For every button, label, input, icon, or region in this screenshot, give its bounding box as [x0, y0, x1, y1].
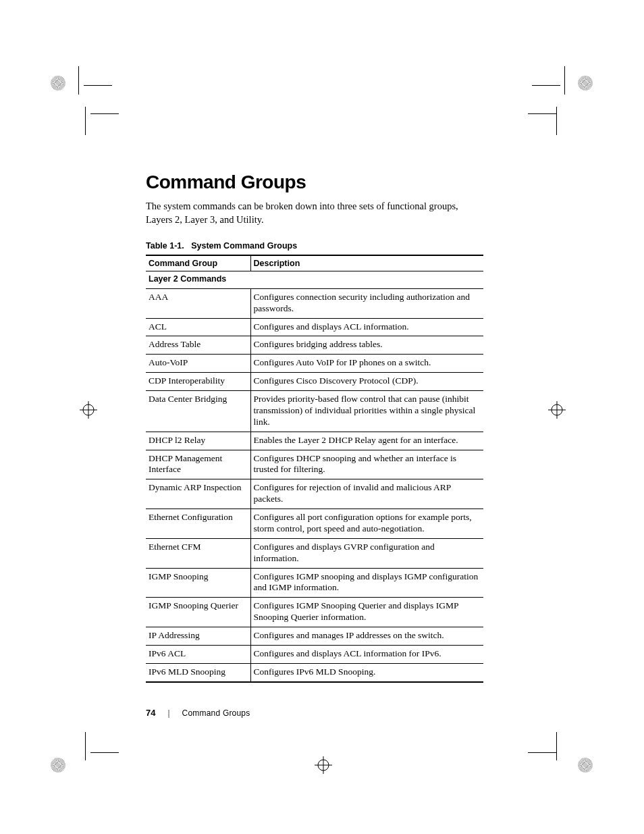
table-row: Data Center BridgingProvides priority-ba… — [146, 391, 483, 432]
cell-description: Configures and displays GVRP configurati… — [250, 538, 483, 568]
cell-group: IPv6 ACL — [146, 645, 250, 663]
rosette-top-right — [578, 76, 593, 90]
crop-mark-top-right — [532, 66, 572, 107]
table-header-row: Command Group Description — [146, 255, 483, 271]
table-caption-title: System Command Groups — [191, 241, 297, 251]
table-row: Dynamic ARP InspectionConfigures for rej… — [146, 479, 483, 509]
cell-description: Configures all port configuration option… — [250, 509, 483, 539]
table-row: IP AddressingConfigures and manages IP a… — [146, 627, 483, 646]
rosette-bottom-left — [51, 758, 65, 773]
crop-mark-mid-left — [72, 107, 112, 147]
page-heading: Command Groups — [146, 172, 483, 193]
table-row: DHCP l2 RelayEnables the Layer 2 DHCP Re… — [146, 432, 483, 450]
cell-group: CDP Interoperability — [146, 373, 250, 391]
cell-group: Dynamic ARP Inspection — [146, 479, 250, 509]
table-row: Auto-VoIPConfigures Auto VoIP for IP pho… — [146, 355, 483, 373]
cell-group: Ethernet CFM — [146, 538, 250, 568]
table-row: ACLConfigures and displays ACL informati… — [146, 318, 483, 336]
page-content: Command Groups The system commands can b… — [146, 172, 483, 683]
cell-description: Configures IGMP snooping and displays IG… — [250, 568, 483, 598]
cell-description: Configures and manages IP addresses on t… — [250, 627, 483, 646]
table-row: CDP InteroperabilityConfigures Cisco Dis… — [146, 373, 483, 391]
table-row: IGMP SnoopingConfigures IGMP snooping an… — [146, 568, 483, 598]
cell-group: DHCP l2 Relay — [146, 432, 250, 450]
table-row: Ethernet CFMConfigures and displays GVRP… — [146, 538, 483, 568]
rosette-top-left — [51, 76, 65, 90]
cell-description: Provides priority-based flow control tha… — [250, 391, 483, 432]
registration-bottom — [315, 756, 332, 777]
cell-group: IGMP Snooping Querier — [146, 598, 250, 627]
table-row: AAAConfigures connection security includ… — [146, 288, 483, 318]
table-section-row: Layer 2 Commands — [146, 271, 483, 289]
crop-mark-bottom-right — [532, 725, 572, 766]
intro-paragraph: The system commands can be broken down i… — [146, 200, 483, 226]
cell-description: Configures bridging address tables. — [250, 336, 483, 355]
table-caption: Table 1-1. System Command Groups — [146, 241, 483, 251]
page-number: 74 — [146, 708, 155, 718]
rosette-bottom-right — [578, 758, 593, 773]
command-groups-table: Command Group Description Layer 2 Comman… — [146, 255, 483, 683]
registration-right — [548, 401, 566, 421]
table-row: IPv6 ACLConfigures and displays ACL info… — [146, 645, 483, 663]
table-row: IPv6 MLD SnoopingConfigures IPv6 MLD Sno… — [146, 663, 483, 681]
cell-group: IP Addressing — [146, 627, 250, 646]
cell-description: Configures IPv6 MLD Snooping. — [250, 663, 483, 681]
registration-left — [80, 401, 97, 421]
cell-description: Configures Cisco Discovery Protocol (CDP… — [250, 373, 483, 391]
crop-mark-mid-right — [532, 107, 572, 147]
cell-description: Configures and displays ACL information. — [250, 318, 483, 336]
cell-description: Configures for rejection of invalid and … — [250, 479, 483, 509]
cell-group: Data Center Bridging — [146, 391, 250, 432]
col-header-group: Command Group — [146, 255, 250, 271]
cell-description: Configures connection security including… — [250, 288, 483, 318]
table-section-label: Layer 2 Commands — [146, 271, 483, 289]
cell-description: Configures DHCP snooping and whether an … — [250, 450, 483, 479]
page-footer: 74 | Command Groups — [146, 708, 250, 718]
cell-group: ACL — [146, 318, 250, 336]
cell-description: Configures and displays ACL information … — [250, 645, 483, 663]
cell-description: Enables the Layer 2 DHCP Relay agent for… — [250, 432, 483, 450]
cell-description: Configures Auto VoIP for IP phones on a … — [250, 355, 483, 373]
crop-mark-top-left — [72, 66, 112, 107]
cell-group: Auto-VoIP — [146, 355, 250, 373]
crop-mark-bottom-left — [72, 725, 112, 766]
footer-section-label: Command Groups — [182, 708, 250, 718]
footer-divider: | — [167, 708, 169, 718]
cell-group: IGMP Snooping — [146, 568, 250, 598]
table-caption-prefix: Table 1-1. — [146, 241, 184, 251]
table-row: IGMP Snooping QuerierConfigures IGMP Sno… — [146, 598, 483, 627]
cell-group: AAA — [146, 288, 250, 318]
cell-description: Configures IGMP Snooping Querier and dis… — [250, 598, 483, 627]
cell-group: Address Table — [146, 336, 250, 355]
table-row: Ethernet ConfigurationConfigures all por… — [146, 509, 483, 539]
table-row: Address TableConfigures bridging address… — [146, 336, 483, 355]
table-row: DHCP Management InterfaceConfigures DHCP… — [146, 450, 483, 479]
cell-group: IPv6 MLD Snooping — [146, 663, 250, 681]
cell-group: Ethernet Configuration — [146, 509, 250, 539]
cell-group: DHCP Management Interface — [146, 450, 250, 479]
col-header-description: Description — [250, 255, 483, 271]
